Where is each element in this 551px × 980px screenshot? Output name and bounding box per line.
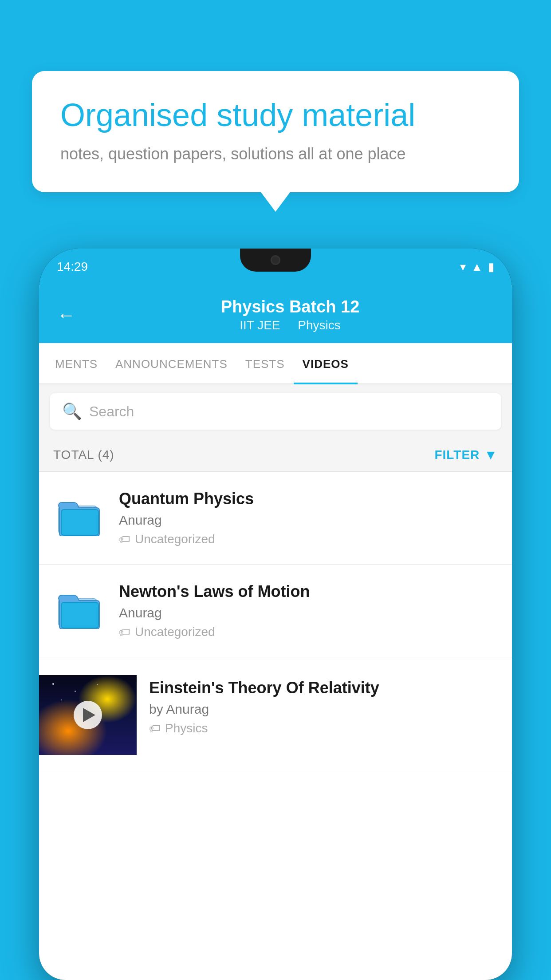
tab-announcements[interactable]: ANNOUNCEMENTS <box>106 343 236 383</box>
search-bar-container: 🔍 Search <box>39 384 512 439</box>
filter-label: FILTER <box>434 448 480 462</box>
tag-label: Physics <box>165 721 208 735</box>
video-tag: 🏷 Uncategorized <box>119 532 498 546</box>
video-info: Einstein's Theory Of Relativity by Anura… <box>149 675 498 735</box>
list-item[interactable]: Newton's Laws of Motion Anurag 🏷 Uncateg… <box>39 565 512 657</box>
tag-label: Uncategorized <box>135 625 215 639</box>
filter-icon: ▼ <box>484 447 498 462</box>
tag-icon: 🏷 <box>119 625 130 639</box>
phone-frame: 14:29 ▾ ▲ ▮ ← Physics Batch 12 IIT JEE P… <box>39 249 512 980</box>
folder-icon <box>58 589 102 629</box>
search-bar[interactable]: 🔍 Search <box>50 393 501 430</box>
filter-button[interactable]: FILTER ▼ <box>434 447 498 462</box>
play-triangle-icon <box>83 708 95 722</box>
folder-icon <box>58 496 102 536</box>
header-title-block: Physics Batch 12 IIT JEE Physics <box>86 297 494 332</box>
back-button[interactable]: ← <box>57 304 75 326</box>
speech-bubble: Organised study material notes, question… <box>32 71 519 192</box>
tag-icon: 🏷 <box>149 722 161 735</box>
svg-rect-1 <box>61 510 98 535</box>
bubble-title: Organised study material <box>60 96 491 134</box>
bubble-subtitle: notes, question papers, solutions all at… <box>60 143 491 165</box>
video-info: Quantum Physics Anurag 🏷 Uncategorized <box>119 490 498 546</box>
battery-icon: ▮ <box>488 260 494 274</box>
video-title: Einstein's Theory Of Relativity <box>149 679 498 697</box>
signal-icon: ▲ <box>471 260 483 274</box>
video-thumbnail <box>39 675 137 755</box>
tab-tests[interactable]: TESTS <box>236 343 294 383</box>
video-author: Anurag <box>119 513 498 528</box>
status-icons: ▾ ▲ ▮ <box>460 260 494 274</box>
video-info: Newton's Laws of Motion Anurag 🏷 Uncateg… <box>119 582 498 639</box>
tag-icon: 🏷 <box>119 533 130 546</box>
phone-screen: ← Physics Batch 12 IIT JEE Physics MENTS… <box>39 285 512 980</box>
wifi-icon: ▾ <box>460 260 466 274</box>
video-author: by Anurag <box>149 702 498 717</box>
tab-videos[interactable]: VIDEOS <box>294 343 358 383</box>
filter-row: TOTAL (4) FILTER ▼ <box>39 439 512 472</box>
video-tag: 🏷 Uncategorized <box>119 625 498 639</box>
video-list: Quantum Physics Anurag 🏷 Uncategorized <box>39 472 512 773</box>
search-icon: 🔍 <box>62 402 82 421</box>
status-bar: 14:29 ▾ ▲ ▮ <box>39 249 512 285</box>
video-tag: 🏷 Physics <box>149 721 498 735</box>
total-count: TOTAL (4) <box>53 448 114 462</box>
batch-subject: Physics <box>298 318 340 332</box>
front-camera <box>271 255 280 265</box>
video-thumb <box>53 490 106 543</box>
video-title: Quantum Physics <box>119 490 498 508</box>
tag-label: Uncategorized <box>135 532 215 546</box>
batch-title: Physics Batch 12 <box>86 297 494 316</box>
batch-category: IIT JEE <box>240 318 280 332</box>
phone-notch <box>240 249 311 272</box>
tab-ments[interactable]: MENTS <box>46 343 106 383</box>
list-item[interactable]: Quantum Physics Anurag 🏷 Uncategorized <box>39 472 512 565</box>
video-author: Anurag <box>119 605 498 620</box>
video-thumb <box>53 582 106 636</box>
app-header: ← Physics Batch 12 IIT JEE Physics <box>39 285 512 343</box>
video-title: Newton's Laws of Motion <box>119 582 498 601</box>
list-item[interactable]: Einstein's Theory Of Relativity by Anura… <box>39 657 512 773</box>
play-button[interactable] <box>74 701 102 729</box>
search-input[interactable]: Search <box>89 403 134 420</box>
tabs-bar: MENTS ANNOUNCEMENTS TESTS VIDEOS <box>39 343 512 384</box>
status-time: 14:29 <box>57 260 88 274</box>
batch-subtitle: IIT JEE Physics <box>86 318 494 332</box>
svg-rect-3 <box>61 602 98 628</box>
